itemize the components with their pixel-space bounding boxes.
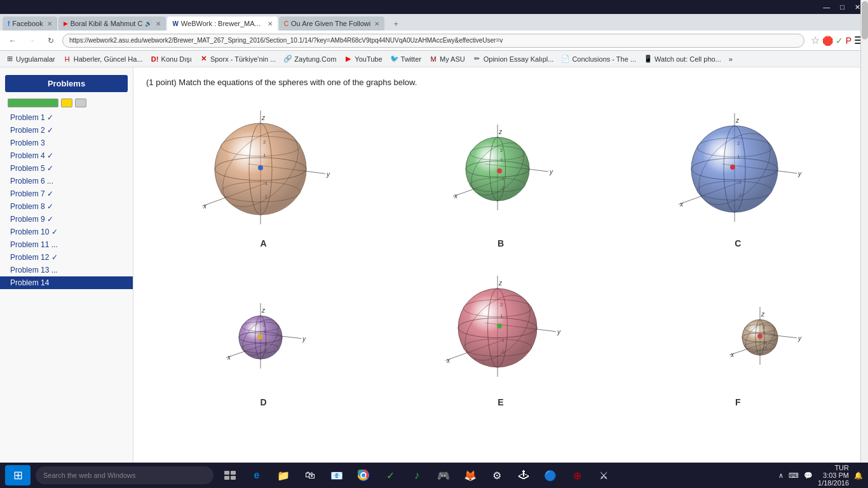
svg-point-108 <box>362 473 365 477</box>
svg-text:2: 2 <box>763 324 766 330</box>
green-check-btn[interactable]: ✓ <box>379 464 402 487</box>
edge-btn[interactable]: e <box>245 464 268 487</box>
svg-point-37 <box>691 126 778 212</box>
problem-item-8[interactable]: Problem 8 ✓ <box>0 200 133 213</box>
back-btn[interactable]: ← <box>5 33 20 48</box>
spotify-btn[interactable]: ♪ <box>405 464 428 487</box>
tab-boral-close[interactable]: ✕ <box>156 20 161 27</box>
bookmark-konudisi[interactable]: D! Konu Dışı <box>151 55 192 64</box>
svg-text:y: y <box>797 170 802 177</box>
svg-text:2: 2 <box>263 322 266 328</box>
taskbar-right: ∧ ⌨ 💬 TUR 3:03 PM 1/18/2016 🔔 <box>778 464 863 487</box>
tab-facebook[interactable]: f Facebook ✕ <box>3 17 57 30</box>
problem-item-2[interactable]: Problem 2 ✓ <box>0 124 133 137</box>
svg-text:-2: -2 <box>263 194 268 200</box>
tab-webwork-close[interactable]: ✕ <box>268 20 273 27</box>
extension-icon3[interactable]: P <box>846 36 851 46</box>
svg-point-43 <box>730 165 735 170</box>
svg-text:1: 1 <box>263 152 266 158</box>
extra-btn[interactable]: 🔵 <box>539 464 562 487</box>
svg-text:1: 1 <box>763 330 766 336</box>
problem-item-11[interactable]: Problem 11 ... <box>0 238 133 251</box>
bookmark-youtube[interactable]: ▶ YouTube <box>344 55 382 64</box>
problem-item-4[interactable]: Problem 4 ✓ <box>0 149 133 162</box>
steam-btn[interactable]: 🎮 <box>432 464 455 487</box>
settings-btn[interactable]: ⚙ <box>485 464 508 487</box>
minimize-btn[interactable]: — <box>823 3 830 11</box>
tab-boral[interactable]: ▶ Boral Kibil & Mahmut C 🔊 ✕ <box>58 17 166 30</box>
bookmark-twitter[interactable]: 🐦 Twitter <box>390 55 421 64</box>
bookmark-watchout[interactable]: 📱 Watch out: Cell pho... <box>644 55 721 64</box>
problem-item-6[interactable]: Problem 6 ... <box>0 175 133 187</box>
task-view-btn[interactable] <box>219 464 241 487</box>
store-btn[interactable]: 🛍 <box>299 464 322 487</box>
red-circle-btn[interactable]: ⊕ <box>566 464 588 487</box>
show-hidden-icons[interactable]: ∧ <box>778 471 783 480</box>
problem-item-10[interactable]: Problem 10 ✓ <box>0 226 133 238</box>
forward-btn[interactable]: → <box>24 33 39 48</box>
problem-item-3[interactable]: Problem 3 <box>0 137 133 149</box>
mail-btn[interactable]: 📧 <box>325 464 348 487</box>
problem-item-7[interactable]: Problem 7 ✓ <box>0 187 133 200</box>
url-input[interactable] <box>62 34 804 48</box>
svg-point-60 <box>257 334 262 339</box>
tab-webwork[interactable]: W WeBWork : Brewer_MAT_2 ✕ <box>167 17 277 30</box>
instruction-text: (1 point) Match the equations of the sph… <box>146 78 855 87</box>
bookmark-uygulamalar[interactable]: ⊞ Uygulamalar <box>5 55 55 64</box>
reload-btn[interactable]: ↻ <box>43 33 58 48</box>
scrollbar[interactable] <box>860 0 868 488</box>
svg-text:-1: -1 <box>763 340 768 346</box>
maximize-btn[interactable]: □ <box>840 3 844 11</box>
svg-text:z: z <box>735 117 740 124</box>
game-btn[interactable]: 🕹 <box>512 464 535 487</box>
svg-text:x: x <box>679 201 684 208</box>
notifications-btn[interactable]: 🔔 <box>854 471 863 480</box>
svg-text:1: 1 <box>500 157 503 163</box>
progress-green <box>8 98 58 107</box>
problems-list: Problem 1 ✓Problem 2 ✓Problem 3 Problem … <box>0 111 133 289</box>
chrome-btn[interactable] <box>352 464 375 487</box>
file-explorer-btn[interactable]: 📁 <box>272 464 295 487</box>
bookmarks-more[interactable]: » <box>729 55 733 63</box>
svg-text:y: y <box>549 168 553 175</box>
start-button[interactable]: ⊞ <box>5 465 31 485</box>
tab-ou[interactable]: C Ou Are Given The Followi ✕ <box>279 17 384 30</box>
extension-icon1[interactable]: 🛑 <box>822 36 833 46</box>
problem-item-13[interactable]: Problem 13 ... <box>0 264 133 276</box>
title-bar: — □ ✕ <box>0 0 868 14</box>
svg-text:-1: -1 <box>500 337 505 343</box>
tab-facebook-close[interactable]: ✕ <box>47 20 52 27</box>
svg-text:-2: -2 <box>763 346 768 351</box>
sphere-label-f: F <box>735 397 741 407</box>
firefox-btn[interactable]: 🦊 <box>459 464 482 487</box>
extension-icon2[interactable]: ✓ <box>836 36 843 46</box>
bookmark-sporx[interactable]: ✕ Sporx - Türkiye'nin ... <box>200 55 276 64</box>
svg-text:z: z <box>261 307 266 314</box>
close-btn[interactable]: ✕ <box>855 3 860 11</box>
problem-item-1[interactable]: Problem 1 ✓ <box>0 111 133 124</box>
svg-point-9 <box>258 165 263 170</box>
bookmark-opinion[interactable]: ✏ Opinion Essay Kalıpl... <box>473 55 554 64</box>
taskbar-search[interactable]: Search the web and Windows <box>36 466 214 484</box>
new-tab-btn[interactable]: + <box>388 18 403 30</box>
problem-item-9[interactable]: Problem 9 ✓ <box>0 213 133 226</box>
tab-ou-close[interactable]: ✕ <box>374 20 379 27</box>
problem-item-12[interactable]: Problem 12 ✓ <box>0 251 133 264</box>
conclusions-icon: 📄 <box>561 55 570 64</box>
bookmark-conclusions[interactable]: 📄 Conclusions - The ... <box>561 55 636 64</box>
bookmark-zaytung[interactable]: 🔗 Zaytung.Com <box>283 55 336 64</box>
bookmark-star[interactable]: ☆ <box>811 34 820 46</box>
svg-text:y: y <box>557 329 561 336</box>
problem-item-5[interactable]: Problem 5 ✓ <box>0 162 133 175</box>
sword-btn[interactable]: ⚔ <box>592 464 615 487</box>
bookmark-myasu[interactable]: M My ASU <box>429 55 465 64</box>
svg-text:-2: -2 <box>263 348 268 353</box>
bookmark-haberler[interactable]: H Haberler, Güncel Ha... <box>63 55 143 64</box>
svg-text:2: 2 <box>263 139 266 145</box>
problem-item-14[interactable]: Problem 14 <box>0 276 133 289</box>
svg-text:-1: -1 <box>263 341 268 347</box>
sphere-label-b: B <box>498 238 504 248</box>
sphere-cell-b: zyx-2-112B <box>383 97 618 254</box>
scrollbar-thumb[interactable] <box>862 1 868 39</box>
sphere-cell-a: zyx-2-112A <box>146 97 381 254</box>
